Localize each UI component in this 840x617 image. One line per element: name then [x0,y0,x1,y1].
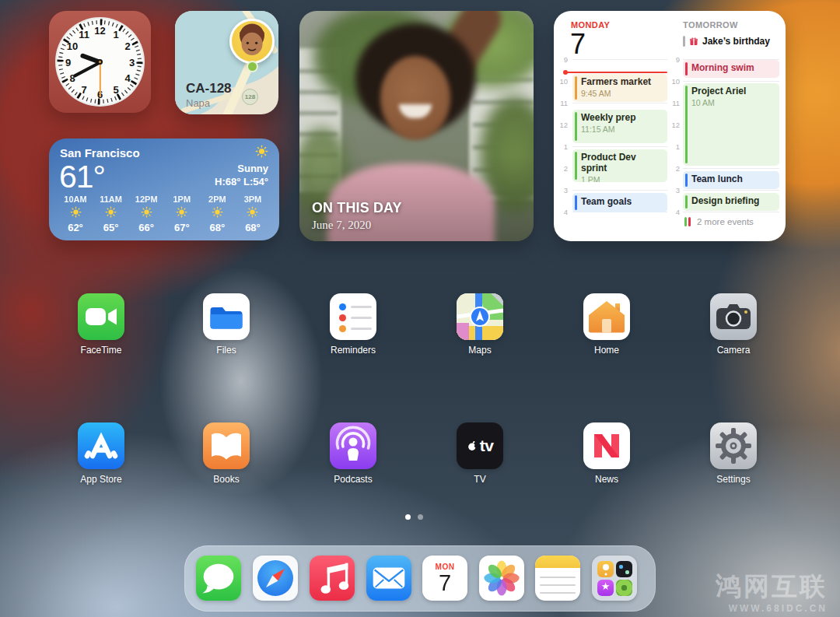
event-title: Farmers market [581,77,663,88]
camera-icon [710,293,757,340]
app-camera[interactable]: Camera [709,293,758,356]
event-color-bar [683,36,685,47]
apple-logo-icon [467,439,478,453]
current-time-indicator [565,72,667,73]
dock-app-notes[interactable] [535,556,580,601]
on-this-day-label: ON THIS DAY [312,199,402,216]
page-dot[interactable] [418,514,423,520]
event-title: Weekly prep [581,113,663,124]
app-reminders[interactable]: Reminders [329,293,377,356]
calendar-event-morning-swim[interactable]: Morning swim [683,60,779,78]
dock-app-safari[interactable] [253,556,298,601]
hour-label: 10 [667,77,680,86]
app-files[interactable]: Files [202,293,250,356]
event-color-bar [688,217,691,226]
app-label: TV [456,474,504,485]
clock-numeral: 11 [79,29,89,40]
event-title: Morning swim [691,63,775,74]
calendar-event-project-ariel[interactable]: Project Ariel 10 AM [683,83,779,166]
calendar-widget[interactable]: MONDAY 7 TOMORROW 9 10 11 12 1 2 3 4 9 1… [554,11,786,241]
watermark-text-cn: 鸿网互联 [716,570,828,605]
forecast-time: 1PM [166,195,198,204]
sun-icon [255,145,268,158]
calendar-event-design-briefing[interactable]: Design briefing [683,193,779,211]
weather-widget[interactable]: San Francisco 61° Sunny H:68° L:54° 10AM… [49,138,279,240]
blue-dot-icon [339,303,346,310]
memoji-face-icon [232,21,272,61]
app-news[interactable]: News [583,422,631,485]
forecast-hour: 10AM 62° [60,195,91,233]
podcasts-icon [330,422,376,469]
calendar-event-weekly-prep[interactable]: Weekly prep 11:15 AM [572,110,667,143]
forecast-temp: 66° [131,222,162,233]
more-events-label: 2 more events [697,217,754,226]
clock-widget[interactable]: 12 1 2 3 4 5 6 7 8 9 10 11 [49,11,151,113]
app-podcasts[interactable]: Podcasts [329,422,377,485]
clock-numeral: 10 [67,40,78,52]
app-label: App Store [77,474,125,485]
news-icon [583,422,630,469]
dock-app-folder[interactable] [592,556,637,601]
app-label: Reminders [329,345,377,356]
memory-date-label: June 7, 2020 [312,219,408,232]
calendar-event-farmers-market[interactable]: Farmers market 9:45 AM [572,74,667,102]
forecast-hour: 2PM 68° [201,195,233,233]
forecast-time: 10AM [60,195,91,204]
event-title: Team goals [581,197,663,208]
clock-numeral: 3 [129,56,135,68]
app-tv[interactable]: tv TV [456,422,504,485]
folder-mini-tips-icon [597,561,614,577]
photos-flower-icon [479,556,524,601]
page-dot-current[interactable] [405,514,411,520]
dock-app-photos[interactable] [479,556,524,601]
photos-widget[interactable]: ON THIS DAY June 7, 2020 [299,11,534,241]
watermark: 鸿网互联 WWW.68IDC.CN [716,570,828,614]
mail-envelope-icon [366,556,411,601]
hour-gridline [572,59,667,60]
app-books[interactable]: Books [202,422,250,485]
hour-label: 11 [667,99,680,107]
app-facetime[interactable]: FaceTime [77,293,125,356]
appstore-icon [78,422,124,469]
app-maps[interactable]: Maps [456,293,504,356]
clock-second-hand [100,62,101,97]
maps-widget[interactable]: 128 CA-128 Napa [175,11,278,114]
dock-app-music[interactable] [310,556,355,601]
apple-tv-logo: tv [467,436,494,455]
app-label: Home [583,345,631,356]
tv-text: tv [480,436,494,455]
hour-label: 9 [667,55,680,64]
reminders-row [339,325,372,332]
app-home[interactable]: Home [583,293,631,356]
dock-app-calendar[interactable]: MON 7 [422,556,467,601]
orange-dot-icon [339,325,346,332]
clock-numeral: 12 [94,24,105,36]
maps-icon [457,293,503,340]
page-dots [405,514,423,520]
hour-label: 4 [667,208,680,216]
app-label: Settings [709,474,758,485]
safari-compass-icon [257,560,293,596]
more-events[interactable]: 2 more events [684,217,754,226]
app-appstore[interactable]: App Store [77,422,125,485]
event-color-bar [684,217,687,226]
sun-icon [212,206,223,218]
hour-gridline [683,168,779,169]
dock-app-mail[interactable] [366,556,411,601]
clock-numeral: 5 [113,84,118,96]
hour-gridline [572,146,667,147]
weather-temperature: 61° [59,159,105,195]
facetime-icon [78,293,124,340]
hour-gridline [572,190,667,191]
reminders-row [339,303,372,310]
music-note-icon [310,556,355,601]
photo-memory: ON THIS DAY June 7, 2020 [299,11,534,241]
forecast-temp: 65° [96,222,127,233]
app-settings[interactable]: Settings [709,422,758,485]
calendar-event-product-dev-sprint[interactable]: Product Dev sprint 1 PM [572,149,667,182]
calendar-event-team-lunch[interactable]: Team lunch [683,171,779,189]
calendar-event-team-goals[interactable]: Team goals [572,193,667,212]
dock-app-messages[interactable] [196,556,241,601]
event-title: Team lunch [691,174,775,185]
calendar-event-birthday[interactable]: Jake’s birthday [683,36,770,47]
